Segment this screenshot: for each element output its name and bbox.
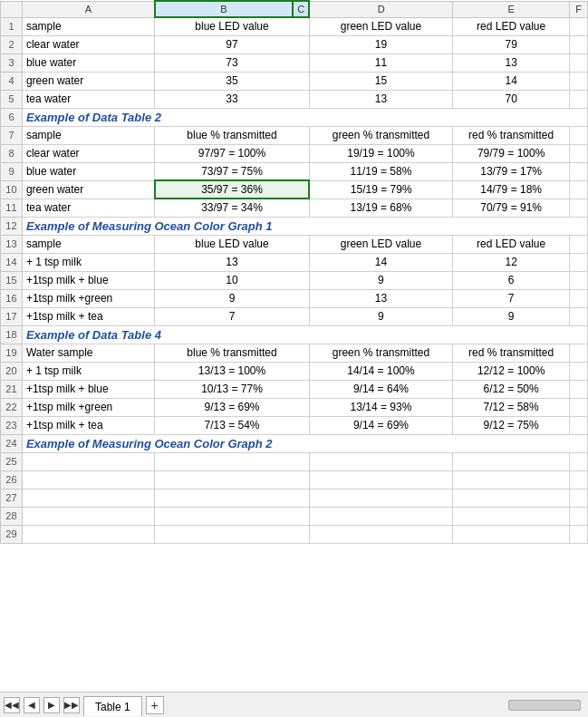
cell-b[interactable]: blue LED value	[155, 17, 310, 35]
cell-e[interactable]: red LED value	[453, 235, 570, 253]
cell-e[interactable]	[453, 525, 570, 543]
cell-a[interactable]: +1tsp milk +green	[22, 289, 154, 307]
cell-d[interactable]: 15/19 = 79%	[309, 180, 452, 199]
cell-b[interactable]: 10/13 = 77%	[155, 380, 310, 398]
cell-a[interactable]	[22, 489, 154, 507]
cell-d[interactable]	[309, 525, 452, 543]
cell-b[interactable]: 7/13 = 54%	[155, 416, 310, 434]
cell-d[interactable]: 9	[309, 271, 452, 289]
cell-e[interactable]: 9	[453, 307, 570, 325]
cell-a[interactable]: Water sample	[22, 344, 154, 362]
nav-next-button[interactable]: ▶	[43, 697, 60, 713]
cell-b[interactable]: 10	[155, 271, 310, 289]
cell-b[interactable]: 13	[155, 253, 310, 271]
cell-e[interactable]: 70	[453, 90, 570, 108]
cell-a[interactable]: +1tsp milk +green	[22, 398, 154, 416]
cell-a[interactable]: blue water	[22, 53, 154, 72]
cell-b[interactable]	[155, 507, 310, 525]
cell-a[interactable]	[22, 507, 154, 525]
cell-e[interactable]: 7/12 = 58%	[453, 398, 570, 416]
cell-a[interactable]: blue water	[22, 162, 154, 180]
cell-e[interactable]: 14	[453, 72, 570, 90]
cell-d[interactable]	[309, 470, 452, 489]
cell-b[interactable]: 7	[155, 307, 310, 325]
cell-e[interactable]: 13/79 = 17%	[453, 162, 570, 180]
cell-d[interactable]: 14/14 = 100%	[309, 362, 452, 380]
cell-a[interactable]	[22, 452, 154, 470]
cell-b[interactable]: 13/13 = 100%	[155, 362, 310, 380]
cell-a[interactable]	[22, 470, 154, 489]
cell-a[interactable]: green water	[22, 180, 154, 199]
cell-e[interactable]: 14/79 = 18%	[453, 180, 570, 199]
cell-e[interactable]: 13	[453, 53, 570, 72]
cell-b[interactable]: 33/97 = 34%	[155, 199, 310, 217]
nav-first-button[interactable]: ◀◀	[4, 697, 20, 713]
cell-d[interactable]: green LED value	[309, 235, 452, 253]
cell-e[interactable]: 6/12 = 50%	[453, 380, 570, 398]
cell-a[interactable]: +1tsp milk + blue	[22, 271, 154, 289]
cell-b[interactable]: 35/97 = 36%	[155, 180, 310, 199]
cell-a[interactable]: tea water	[22, 90, 154, 108]
cell-a[interactable]: tea water	[22, 199, 154, 217]
cell-b[interactable]: 9	[155, 289, 310, 307]
cell-d[interactable]: green % transmitted	[309, 344, 452, 362]
cell-e[interactable]: 6	[453, 271, 570, 289]
cell-e[interactable]	[453, 489, 570, 507]
cell-d[interactable]: 14	[309, 253, 452, 271]
cell-e[interactable]	[453, 470, 570, 489]
cell-d[interactable]: 15	[309, 72, 452, 90]
cell-b[interactable]: 73/97 = 75%	[155, 162, 310, 180]
spreadsheet-area[interactable]: A B C D E F 1sampleblue LED valuegreen L…	[0, 0, 588, 692]
cell-d[interactable]: 13/19 = 68%	[309, 199, 452, 217]
cell-d[interactable]: 11	[309, 53, 452, 72]
cell-e[interactable]: 12/12 = 100%	[453, 362, 570, 380]
cell-d[interactable]: 19	[309, 35, 452, 53]
cell-d[interactable]: green LED value	[309, 17, 452, 35]
cell-b[interactable]: 33	[155, 90, 310, 108]
cell-a[interactable]: + 1 tsp milk	[22, 362, 154, 380]
horizontal-scrollbar[interactable]	[508, 700, 581, 711]
nav-last-button[interactable]: ▶▶	[63, 697, 80, 713]
nav-prev-button[interactable]: ◀	[24, 697, 40, 713]
cell-a[interactable]: green water	[22, 72, 154, 90]
cell-b[interactable]: 73	[155, 53, 310, 72]
cell-b[interactable]	[155, 470, 310, 489]
cell-d[interactable]: 13	[309, 289, 452, 307]
cell-d[interactable]: 11/19 = 58%	[309, 162, 452, 180]
cell-b[interactable]: 97	[155, 35, 310, 53]
cell-b[interactable]: 9/13 = 69%	[155, 398, 310, 416]
cell-e[interactable]: 70/79 = 91%	[453, 199, 570, 217]
cell-b[interactable]	[155, 525, 310, 543]
cell-a[interactable]: clear water	[22, 35, 154, 53]
cell-e[interactable]	[453, 507, 570, 525]
cell-a[interactable]: +1tsp milk + blue	[22, 380, 154, 398]
cell-d[interactable]: 13	[309, 90, 452, 108]
cell-d[interactable]: 9/14 = 64%	[309, 380, 452, 398]
cell-a[interactable]	[22, 525, 154, 543]
cell-d[interactable]: green % transmitted	[309, 126, 452, 144]
cell-d[interactable]	[309, 489, 452, 507]
cell-a[interactable]: +1tsp milk + tea	[22, 416, 154, 434]
cell-e[interactable]: 9/12 = 75%	[453, 416, 570, 434]
cell-a[interactable]: sample	[22, 17, 154, 35]
cell-b[interactable]	[155, 452, 310, 470]
cell-a[interactable]: sample	[22, 235, 154, 253]
cell-e[interactable]	[453, 452, 570, 470]
cell-e[interactable]: red % transmitted	[453, 126, 570, 144]
cell-e[interactable]: 7	[453, 289, 570, 307]
cell-b[interactable]: 35	[155, 72, 310, 90]
cell-e[interactable]: red % transmitted	[453, 344, 570, 362]
cell-d[interactable]: 13/14 = 93%	[309, 398, 452, 416]
cell-b[interactable]: 97/97 = 100%	[155, 144, 310, 162]
cell-b[interactable]: blue % transmitted	[155, 344, 310, 362]
add-sheet-button[interactable]: +	[146, 696, 164, 714]
cell-a[interactable]: + 1 tsp milk	[22, 253, 154, 271]
cell-a[interactable]: clear water	[22, 144, 154, 162]
tab-table1[interactable]: Table 1	[83, 696, 142, 716]
cell-d[interactable]: 19/19 = 100%	[309, 144, 452, 162]
cell-d[interactable]: 9	[309, 307, 452, 325]
cell-a[interactable]: +1tsp milk + tea	[22, 307, 154, 325]
cell-a[interactable]: sample	[22, 126, 154, 144]
cell-d[interactable]: 9/14 = 69%	[309, 416, 452, 434]
cell-b[interactable]	[155, 489, 310, 507]
